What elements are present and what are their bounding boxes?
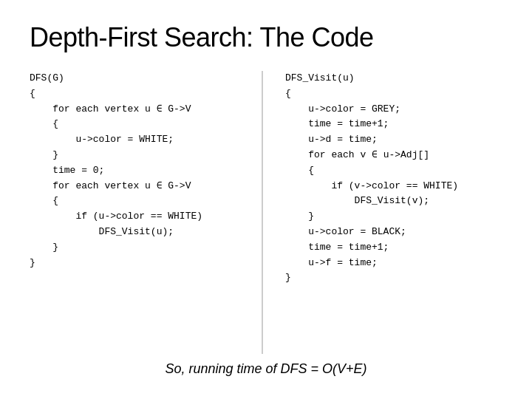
code-line: u->color = BLACK; [285,225,502,240]
code-line: u->d = time; [285,132,502,148]
code-line: } [285,209,502,225]
code-line: for each v ∈ u->Adj[] [285,148,502,163]
left-code-block: DFS(G){ for each vertex u ∈ G->V { u->co… [30,71,247,270]
code-line: time = 0; [30,163,247,179]
code-line: } [30,148,247,163]
code-line: if (v->color == WHITE) [285,179,502,194]
footer-text: So, running time of DFS = O(V+E) [30,354,502,377]
right-code-block: DFS_Visit(u){ u->color = GREY; time = ti… [285,71,502,286]
code-line: u->f = time; [285,256,502,271]
left-panel: DFS(G){ for each vertex u ∈ G->V { u->co… [30,71,263,354]
code-line: u->color = WHITE; [30,132,247,148]
code-line: { [30,194,247,209]
code-line: } [30,256,247,271]
page-title: Depth-First Search: The Code [30,22,502,53]
code-line: } [285,270,502,286]
code-line: for each vertex u ∈ G->V [30,179,247,194]
code-line: DFS_Visit(u); [30,225,247,240]
code-line: } [30,240,247,256]
code-line: { [285,86,502,102]
slide: Depth-First Search: The Code DFS(G){ for… [0,0,532,399]
code-line: { [30,117,247,132]
code-line: DFS_Visit(v); [285,194,502,209]
code-line: DFS_Visit(u) [285,71,502,86]
code-line: { [30,86,247,102]
content-area: DFS(G){ for each vertex u ∈ G->V { u->co… [30,71,502,354]
code-line: for each vertex u ∈ G->V [30,102,247,117]
code-line: DFS(G) [30,71,247,86]
right-panel: DFS_Visit(u){ u->color = GREY; time = ti… [263,71,502,354]
code-line: { [285,163,502,179]
code-line: time = time+1; [285,117,502,132]
code-line: if (u->color == WHITE) [30,209,247,225]
code-line: time = time+1; [285,240,502,256]
code-line: u->color = GREY; [285,102,502,117]
